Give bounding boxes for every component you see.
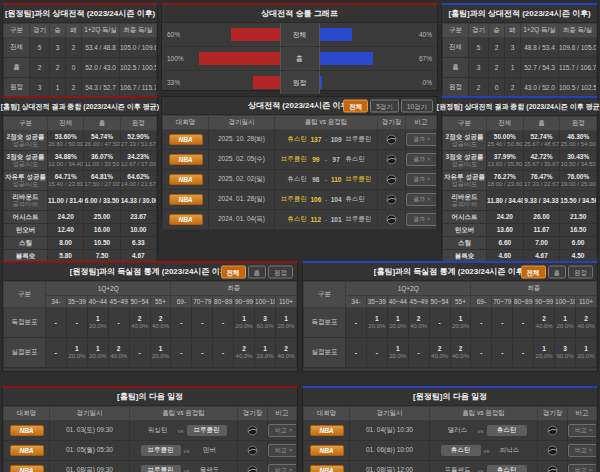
game-row: NBA 2025. 10. 28(화) 휴스턴 137 - 109 브루클린 결…	[163, 130, 437, 150]
compare-button[interactable]: 비교 >	[568, 444, 597, 457]
dist-cell: 120.0%	[87, 308, 108, 338]
header-row: 대회명 경기일시 홈팀 vs 원정팀 경기장 비고	[304, 407, 597, 421]
league-cell: NBA	[304, 421, 350, 441]
stat-home: 76.47%17.33 / 22.67	[523, 171, 560, 191]
stat-all-sub: 18.00 / 23.60	[487, 181, 523, 188]
stadium-icon[interactable]	[386, 154, 397, 165]
note-cell: 결과 >	[406, 210, 437, 230]
stadium-icon[interactable]	[547, 465, 558, 472]
stat-row: 어시스트 24.20 25.00 23.67	[4, 211, 157, 224]
away-schedule-body: NBA 01. 04(일) 10:30 댈러스 vs 휴스턴 비교 > NBA	[304, 421, 597, 472]
dist-cell: 240.0%	[575, 308, 596, 338]
filter-button-all[interactable]: 전체	[521, 265, 546, 278]
game-row: NBA 2024. 01. 04(목) 휴스턴 112 - 101 브루클린 결…	[163, 210, 437, 230]
result-button[interactable]: 결과 >	[406, 153, 437, 166]
stadium-icon[interactable]	[247, 445, 258, 456]
stat-all: 24.20	[487, 211, 524, 224]
stat-away-main: 14.33 / 30.00	[121, 197, 156, 205]
panel-pts-vs-home: [홈팀]과의 득실점 통계 (2023/24시즌 이후) 전체 홈 원정 구분 …	[302, 261, 598, 372]
range-header: 80~89	[513, 296, 534, 308]
compare-button[interactable]: 비교 >	[268, 444, 297, 457]
compare-button[interactable]: 비교 >	[268, 464, 297, 472]
cell-wins: 1	[50, 78, 66, 98]
stat-away: 10.00	[120, 224, 156, 237]
cell-games: 2	[30, 58, 50, 78]
league-badge: NBA	[310, 465, 344, 472]
stadium-icon[interactable]	[386, 134, 397, 145]
stadium-icon[interactable]	[247, 465, 258, 472]
stat-away: 34.23%12.67 / 37.00	[120, 151, 156, 171]
away-team-name: 브루클린	[187, 425, 227, 436]
game-date: 01. 08(목) 12:00	[350, 461, 430, 472]
compare-button[interactable]: 비교 >	[568, 464, 597, 472]
league-cell: NBA	[163, 210, 209, 230]
away-team-score: 104	[330, 196, 342, 203]
group-header-final: 최종	[171, 282, 297, 296]
stat-name: 2점슛 성공률	[4, 133, 47, 141]
panel-away-summary: [원정팀] 상대전적 결과 종합 (2023/24시즌 이후 평균) 구분 전체…	[441, 96, 598, 255]
compare-button[interactable]: 비교 >	[568, 424, 597, 437]
dist-count: 1	[388, 315, 408, 323]
game-date: 01. 04(일) 10:30	[350, 421, 430, 441]
dist-pct: 20.0%	[234, 323, 254, 330]
stadium-icon[interactable]	[547, 445, 558, 456]
dist-count: 2	[109, 345, 129, 353]
filter-button-away[interactable]: 원정	[568, 265, 593, 278]
panel-h2h-vs-away: [원정팀]과의 상대전적 (2023/24시즌 이후) 구분 경기 승 패 1+…	[2, 3, 158, 91]
dist-count: -	[346, 319, 366, 327]
note-cell: 비교 >	[268, 441, 297, 461]
header-row: 구분 경기 승 패 1+2Q 득/실 최종 득/실	[443, 24, 597, 38]
filter-button-home[interactable]: 홈	[548, 265, 567, 278]
pts-filter-buttons: 전체 홈 원정	[219, 265, 294, 278]
panel-title-text: [홈팀]과의 득실점 통계 (2023/24시즌 이후)	[374, 266, 526, 277]
match-cell: 브루클린 vs 올랜도	[130, 461, 238, 472]
cell-wins: 0	[489, 78, 505, 98]
stat-row: 2점슛 성공률성공/시도 53.60%26.80 / 50.00 54.74%2…	[4, 131, 157, 151]
result-button[interactable]: 결과 >	[406, 213, 437, 226]
stadium-icon[interactable]	[386, 214, 397, 225]
compare-button[interactable]: 비교 >	[268, 424, 297, 437]
stadium-icon[interactable]	[547, 425, 558, 436]
dist-cell: -	[471, 308, 492, 338]
filter-button-all[interactable]: 전체	[343, 99, 368, 112]
dist-cell: -	[192, 338, 213, 368]
distribution-row: 실점분포 - - 120.0% - 240.0% 240.0% - - - 12…	[304, 338, 597, 368]
pts-vs-home-body: 득점분포 - 120.0% 120.0% 240.0% - 120.0% - -…	[304, 308, 597, 368]
row-label: 홈	[4, 58, 30, 78]
score-separator: -	[325, 196, 327, 203]
dist-pct: 20.0%	[367, 323, 387, 330]
panel-title-text: [원정팀]과의 득실점 통계 (2023/24시즌 이후)	[70, 266, 230, 277]
stat-away-sub: 12.67 / 37.00	[121, 161, 156, 168]
away-winrate-pct: 0%	[400, 79, 437, 86]
filter-button-5games[interactable]: 5경기	[370, 99, 399, 112]
stadium-icon[interactable]	[247, 425, 258, 436]
dist-cell: -	[429, 308, 450, 338]
result-button[interactable]: 결과 >	[406, 133, 437, 146]
stat-name: 자유투 성공률	[443, 173, 486, 181]
match: 워싱턴 vs 브루클린	[130, 425, 237, 436]
filter-button-home[interactable]: 홈	[248, 265, 267, 278]
dist-cell: 240.0%	[429, 338, 450, 368]
result-button[interactable]: 결과 >	[406, 193, 437, 206]
filter-button-10games[interactable]: 10경기	[401, 99, 433, 112]
range-header: 100~109	[555, 296, 576, 308]
column-header: 승	[50, 24, 66, 38]
result-button[interactable]: 결과 >	[406, 173, 437, 186]
match-cell: 휴스턴 112 - 101 브루클린	[275, 210, 378, 230]
dist-cell: 240.0%	[129, 308, 150, 338]
league-cell: NBA	[4, 441, 50, 461]
panel-h2h-vs-home: [홈팀]과의 상대전적 (2023/24시즌 이후) 구분 경기 승 패 1+2…	[441, 3, 598, 91]
stadium-icon[interactable]	[386, 194, 397, 205]
away-team-score: 101	[330, 216, 342, 223]
filter-button-away[interactable]: 원정	[268, 265, 293, 278]
distribution-row: 득점분포 - 120.0% 120.0% 240.0% - 120.0% - -…	[304, 308, 597, 338]
filter-button-all[interactable]: 전체	[221, 265, 246, 278]
dist-pct: 40.0%	[130, 323, 150, 330]
stat-label: 리바운드공격/수비	[443, 191, 487, 211]
stat-row: 리바운드공격/수비 11.80 / 34.40 9.33 / 34.33 15.…	[443, 191, 597, 211]
stadium-icon[interactable]	[386, 174, 397, 185]
dist-cell: -	[346, 308, 367, 338]
dist-count: 2	[576, 315, 596, 323]
dist-count: 2	[276, 345, 296, 353]
pts-filter-buttons: 전체 홈 원정	[519, 265, 594, 278]
